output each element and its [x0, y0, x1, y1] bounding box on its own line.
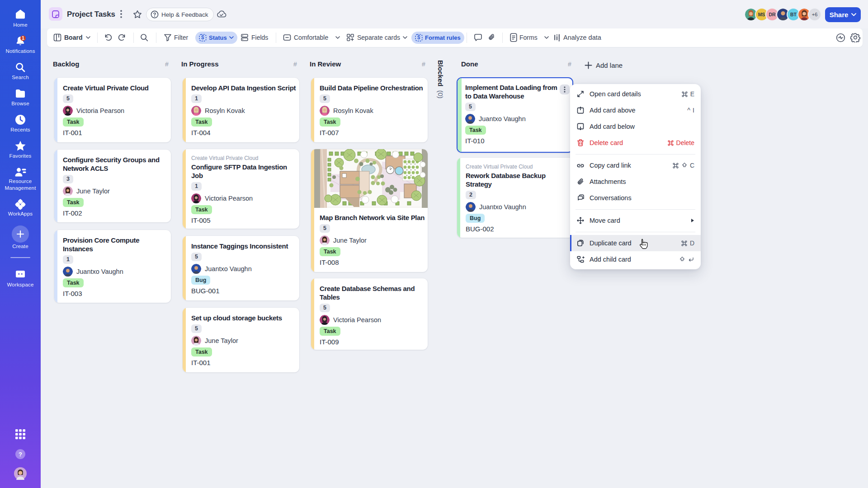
svg-text:1: 1	[22, 36, 24, 41]
svg-text:?: ?	[19, 451, 22, 458]
